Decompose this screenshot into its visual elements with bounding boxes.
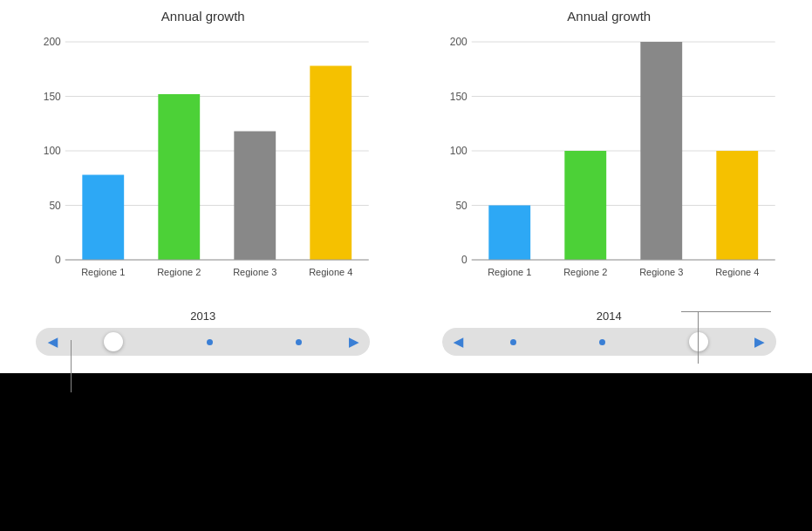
scrubber-right-btn-2[interactable]: ▶ — [750, 332, 769, 351]
scrubber-dot-2-2 — [599, 339, 605, 345]
scrubber-track-2 — [468, 328, 750, 356]
bar-1-1 — [82, 175, 124, 261]
annotation-hline-2 — [681, 311, 771, 312]
chart-year-2: 2014 — [597, 310, 622, 323]
scrubber-dot-1-2 — [296, 339, 302, 345]
svg-text:Regione 2: Regione 2 — [157, 267, 201, 277]
svg-text:Regione 3: Regione 3 — [639, 267, 683, 277]
svg-text:50: 50 — [49, 200, 61, 212]
bar-chart-2: 050100150200Regione 1Regione 2Regione 3R… — [424, 29, 795, 308]
scrubber-left-btn-2[interactable]: ◀ — [449, 332, 468, 351]
scrubber-1[interactable]: ◀▶ — [36, 328, 370, 356]
chart-year-1: 2013 — [190, 310, 215, 323]
svg-text:0: 0 — [461, 254, 467, 266]
scrubber-dot-1-1 — [207, 339, 213, 345]
svg-text:0: 0 — [55, 254, 61, 266]
annotation-line-1 — [71, 340, 72, 392]
svg-text:200: 200 — [44, 36, 61, 48]
svg-text:50: 50 — [455, 200, 467, 212]
svg-text:Regione 1: Regione 1 — [81, 267, 125, 277]
chart-panel-1: Annual growth050100150200Regione 1Region… — [0, 0, 406, 373]
bar-2-1 — [488, 206, 530, 261]
chart-title-1: Annual growth — [161, 9, 245, 24]
scrubber-2[interactable]: ◀▶ — [442, 328, 776, 356]
scrubber-right-btn-1[interactable]: ▶ — [344, 332, 363, 351]
scrubber-left-btn-1[interactable]: ◀ — [43, 332, 62, 351]
chart-panel-2: Annual growth050100150200Regione 1Region… — [406, 0, 813, 373]
annotation-line-2 — [698, 311, 699, 364]
svg-text:Regione 3: Regione 3 — [233, 267, 276, 277]
svg-text:Regione 2: Regione 2 — [563, 267, 607, 277]
bar-1-2 — [158, 94, 200, 260]
svg-text:150: 150 — [449, 91, 467, 103]
scrubber-dot-2-1 — [510, 339, 516, 345]
svg-text:Regione 4: Regione 4 — [309, 267, 352, 277]
bar-2-3 — [640, 42, 682, 260]
bar-chart-1: 050100150200Regione 1Regione 2Regione 3R… — [17, 29, 389, 308]
scrubber-track-1 — [62, 328, 344, 356]
bar-1-3 — [234, 132, 276, 261]
svg-text:Regione 4: Regione 4 — [715, 267, 759, 277]
bar-2-2 — [564, 151, 606, 260]
svg-text:200: 200 — [449, 36, 467, 48]
charts-container: Annual growth050100150200Regione 1Region… — [0, 0, 812, 373]
chart-title-2: Annual growth — [567, 9, 651, 24]
svg-text:150: 150 — [44, 91, 61, 103]
svg-text:100: 100 — [44, 145, 61, 157]
scrubber-thumb-1[interactable] — [104, 332, 123, 351]
bar-1-4 — [310, 66, 351, 261]
svg-text:Regione 1: Regione 1 — [488, 267, 531, 277]
svg-text:100: 100 — [449, 145, 467, 157]
bar-2-4 — [716, 151, 758, 260]
